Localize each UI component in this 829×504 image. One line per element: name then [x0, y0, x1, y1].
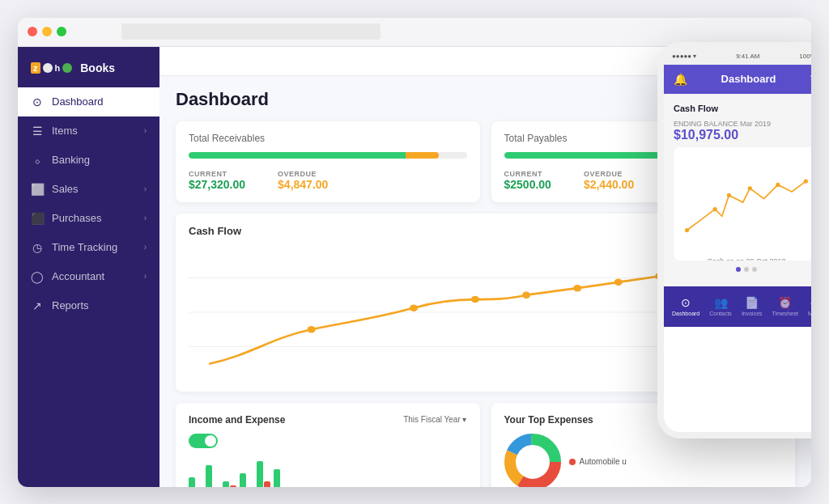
svg-point-8 — [471, 295, 479, 303]
bar — [206, 465, 212, 487]
bar — [257, 461, 263, 487]
phone-ending-balance-label: ENDING BALANCE Mar 2019 — [674, 120, 811, 128]
total-receivables-card: Total Receivables CURRENT $27,320.00 O — [176, 121, 480, 202]
purchases-icon: ⬛ — [31, 212, 44, 225]
svg-point-6 — [308, 326, 316, 333]
chevron-right-icon: › — [144, 184, 147, 193]
url-bar[interactable] — [121, 23, 380, 40]
income-expense-toggle[interactable] — [189, 434, 218, 448]
payables-overdue-label: OVERDUE — [584, 170, 634, 178]
phone-balance-section: ENDING BALANCE Mar 2019 $10,975.00 — [674, 120, 811, 142]
phone-battery: 100% ▮ — [799, 53, 811, 60]
phone-cash-flow-chart: Cash as on 29 Oct 2018 $9,013.00 — [674, 147, 811, 260]
payables-current-label: CURRENT — [504, 170, 551, 178]
sidebar-item-dashboard[interactable]: ⊙ Dashboard — [18, 87, 159, 116]
banking-icon: ⬦ — [31, 154, 44, 167]
phone-nav-item-contacts[interactable]: 👥 Contacts — [709, 296, 732, 316]
total-receivables-title: Total Receivables — [189, 133, 467, 144]
logo-o1 — [43, 63, 53, 73]
phone-nav-label: More — [808, 311, 811, 316]
phone-contacts-icon: 👥 — [714, 296, 728, 309]
sidebar-item-label: Banking — [52, 154, 90, 166]
dashboard-icon: ⊙ — [31, 95, 44, 108]
phone-ending-balance-amount: $10,975.00 — [674, 128, 811, 142]
phone-status-bar: ●●●●● ▾ 9:41 AM 100% ▮ — [664, 49, 811, 65]
receivables-overdue-group: OVERDUE $4,847.00 — [278, 170, 328, 191]
phone-body: Cash Flow ENDING BALANCE Mar 2019 $10,97… — [664, 94, 811, 286]
page-dot — [752, 267, 757, 272]
minimize-button[interactable] — [42, 27, 52, 36]
sidebar-item-items[interactable]: ☰ Items › — [18, 116, 159, 146]
receivables-values: CURRENT $27,320.00 OVERDUE $4,847.00 — [189, 170, 467, 191]
sidebar-item-label: Time Tracking — [52, 241, 117, 253]
sidebar-item-label: Accountant — [52, 270, 104, 282]
receivables-progress-current — [189, 152, 406, 159]
sidebar-item-time-tracking[interactable]: ◷ Time Tracking › — [18, 233, 159, 262]
chevron-right-icon: › — [144, 272, 147, 281]
receivables-overdue-amount: $4,847.00 — [278, 178, 328, 191]
payables-overdue-group: OVERDUE $2,440.00 — [584, 170, 634, 191]
phone-nav-label: Contacts — [709, 311, 732, 316]
sidebar-item-label: Sales — [52, 183, 79, 195]
items-icon: ☰ — [31, 125, 44, 138]
phone-timesheet-icon: ⏰ — [778, 296, 792, 309]
sidebar-item-label: Items — [52, 125, 78, 137]
time-tracking-icon: ◷ — [31, 241, 44, 254]
bar — [240, 473, 246, 487]
sidebar-item-accountant[interactable]: ◯ Accountant › — [18, 262, 159, 291]
phone-nav-item-more[interactable]: ··· More — [808, 296, 811, 316]
legend-dot — [569, 459, 576, 465]
svg-point-26 — [804, 179, 808, 183]
bar — [230, 485, 236, 487]
bar-group — [189, 477, 202, 487]
phone-refresh-icon[interactable]: ↻ — [810, 73, 811, 86]
bar-group — [206, 465, 219, 487]
phone-cash-date: Cash as on 29 Oct 2018 — [680, 257, 811, 260]
phone-cash-flow-title: Cash Flow — [674, 104, 718, 113]
svg-point-21 — [685, 227, 689, 231]
svg-point-11 — [614, 278, 623, 286]
bar-group — [240, 473, 253, 487]
income-expense-card: Income and Expense This Fiscal Year ▾ — [176, 403, 480, 487]
sidebar-item-purchases[interactable]: ⬛ Purchases › — [18, 204, 159, 233]
phone-nav-bar: 🔔 Dashboard ↻ — [664, 65, 811, 94]
payables-current-group: CURRENT $2500.00 — [504, 170, 551, 191]
receivables-current-group: CURRENT $27,320.00 — [189, 170, 245, 191]
sidebar-item-reports[interactable]: ↗ Reports — [18, 291, 159, 320]
svg-point-9 — [522, 291, 530, 299]
sidebar-item-sales[interactable]: ⬜ Sales › — [18, 175, 159, 204]
income-expense-title: Income and Expense — [189, 414, 285, 426]
phone-cash-flow-header: Cash Flow — [674, 104, 811, 113]
bar — [189, 477, 195, 487]
sidebar-item-banking[interactable]: ⬦ Banking — [18, 146, 159, 175]
svg-point-25 — [776, 182, 780, 186]
maximize-button[interactable] — [57, 27, 66, 36]
bar-group — [223, 481, 236, 487]
sidebar-item-label: Purchases — [52, 212, 101, 224]
sidebar: z h Books ⊙ Dashboard ☰ Items › ⬦ Bankin… — [18, 47, 159, 487]
close-button[interactable] — [28, 27, 37, 36]
phone-bell-icon[interactable]: 🔔 — [674, 73, 687, 86]
sidebar-logo: z h Books — [18, 53, 159, 87]
chevron-right-icon: › — [144, 214, 147, 222]
logo-o2 — [62, 63, 72, 73]
phone-nav-item-invoices[interactable]: 📄 Invoices — [742, 296, 763, 316]
logo-z: z — [31, 62, 40, 74]
traffic-lights — [28, 27, 66, 36]
top-expenses-legend: Automobile u — [569, 457, 627, 466]
sidebar-item-label: Dashboard — [52, 95, 104, 108]
phone-nav-item-dashboard[interactable]: ⊙ Dashboard — [672, 296, 699, 316]
income-expense-filter[interactable]: This Fiscal Year ▾ — [403, 415, 466, 424]
svg-point-23 — [727, 193, 731, 197]
payables-progress-current — [504, 152, 671, 159]
page-dot-active — [736, 267, 741, 272]
bar — [274, 469, 280, 487]
phone-nav-item-timesheet[interactable]: ⏰ Timesheet — [772, 296, 798, 316]
payables-overdue-amount: $2,440.00 — [584, 178, 634, 191]
app-container: z h Books ⊙ Dashboard ☰ Items › ⬦ Bankin… — [18, 18, 811, 487]
bar-group — [274, 469, 287, 487]
phone-invoices-icon: 📄 — [745, 296, 759, 309]
receivables-overdue-label: OVERDUE — [278, 170, 328, 178]
logo-books-text: Books — [80, 61, 115, 74]
payables-current-amount: $2500.00 — [504, 178, 551, 191]
